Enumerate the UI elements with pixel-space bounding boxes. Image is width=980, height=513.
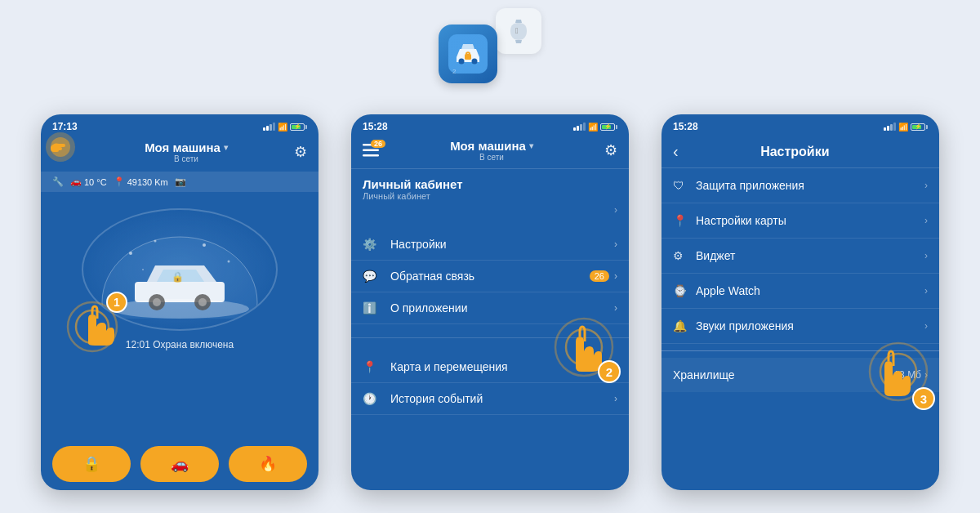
location-info: 📍 49130 Km — [114, 176, 168, 187]
bottom-btn-2[interactable]: 🚗 — [140, 446, 219, 482]
bottom-btn-3[interactable]: 🔥 — [229, 446, 307, 482]
svg-text::  — [515, 26, 519, 35]
wifi-icon-3: 📶 — [898, 123, 908, 132]
app-protection-label: Защита приложения — [696, 179, 924, 192]
badge-1: 1 — [106, 292, 127, 313]
back-button[interactable]: ‹ — [673, 142, 679, 161]
settings-label: Настройки — [390, 238, 614, 251]
time-3: 15:28 — [673, 121, 698, 132]
map-settings-icon: 📍 — [673, 214, 696, 227]
personal-title: Личный кабинет — [363, 177, 617, 191]
gear-icon-1[interactable]: ⚙ — [294, 143, 307, 161]
svg-point-13 — [228, 261, 230, 263]
shield-icon: 🛡 — [673, 179, 696, 192]
svg-text:2: 2 — [452, 68, 457, 74]
settings-header: ‹ Настройки — [662, 136, 939, 167]
time-2: 15:28 — [363, 121, 388, 132]
arrow-protection: › — [924, 180, 928, 191]
settings-apple-watch[interactable]: ⌚ Apple Watch › — [662, 274, 939, 309]
nav-title-area-1: Моя машина ▾ В сети — [145, 141, 228, 163]
settings-widget[interactable]: ⚙ Виджет › — [662, 239, 939, 274]
svg-point-10 — [129, 252, 132, 255]
wifi-icon-1: 📶 — [278, 123, 287, 132]
svg-rect-25 — [363, 154, 379, 157]
engine-info: 🔧 — [52, 176, 64, 187]
menu-icon-2[interactable]: 26 — [363, 144, 379, 157]
apple-watch-icon:  — [496, 8, 541, 54]
battery-2: ⚡ — [600, 123, 617, 131]
battery-1: ⚡ — [290, 123, 307, 131]
nav-bar-2: 26 Моя машина ▾ В сети ⚙ — [351, 136, 629, 168]
sounds-label: Звуки приложения — [696, 319, 924, 332]
feedback-badge: 26 — [590, 270, 609, 282]
personal-sub: Личный кабинет — [363, 191, 617, 201]
svg-rect-15 — [135, 282, 225, 302]
widget-label: Виджет — [696, 249, 924, 262]
year-left: 2020 — [100, 218, 116, 226]
svg-point-1 — [459, 59, 465, 65]
car-icon-small: 🚗 — [70, 176, 82, 187]
map-settings-label: Настройки карты — [696, 214, 924, 227]
menu-item-feedback[interactable]: 💬 Обратная связь 26 › — [351, 261, 629, 292]
menu-item-settings[interactable]: ⚙️ Настройки › — [351, 229, 629, 261]
sound-icon: 🔔 — [673, 319, 696, 332]
hand-cursor-3: 3 — [862, 335, 935, 412]
settings-title: Настройки — [679, 145, 911, 159]
signal-bars-1 — [263, 123, 275, 131]
svg-point-11 — [154, 240, 157, 243]
screens-container: 17:13 📶 ⚡ — [24, 114, 956, 490]
car-name-1: Моя машина — [145, 141, 220, 154]
feedback-label: Обратная связь — [390, 270, 590, 283]
car-name-2: Моя машина — [450, 139, 526, 153]
status-bar-3: 15:28 📶 ⚡ — [662, 114, 939, 136]
location-icon: 📍 — [114, 176, 125, 187]
widget-icon: ⚙ — [673, 249, 696, 262]
arrow-history: › — [614, 393, 617, 404]
nav-bar-1: Моя машина ▾ В сети ⚙ — [41, 136, 318, 172]
car-icon-info: 🚗 10 °C — [70, 176, 107, 187]
svg-rect-24 — [363, 149, 379, 152]
car-status-2: В сети — [450, 153, 533, 162]
settings-app-protection[interactable]: 🛡 Защита приложения › — [662, 168, 939, 203]
screen-2: 15:28 📶 ⚡ — [351, 114, 629, 490]
top-icons-area: 2  — [439, 8, 541, 83]
nav-title-area-2: Моя машина ▾ В сети — [450, 139, 533, 162]
svg-text:🔒: 🔒 — [172, 270, 184, 283]
screen-3: 15:28 📶 ⚡ ‹ — [662, 114, 939, 490]
hand-area-1 — [52, 139, 78, 165]
info-bar-1: 🔧 🚗 10 °C 📍 49130 Km 📷 — [41, 172, 318, 192]
svg-point-19 — [198, 298, 207, 306]
menu-badge: 26 — [371, 140, 385, 148]
settings-list: 🛡 Защита приложения › 📍 Настройки карты … — [662, 168, 939, 344]
feedback-icon: 💬 — [363, 270, 382, 283]
chevron-down-2: ▾ — [529, 141, 533, 150]
wifi-icon-2: 📶 — [588, 123, 598, 132]
arrow-apple-watch: › — [924, 285, 928, 297]
badge-2: 2 — [598, 360, 621, 383]
camera-info: 📷 — [175, 176, 186, 187]
svg-point-12 — [203, 243, 206, 247]
engine-icon: 🔧 — [52, 176, 64, 187]
status-icons-2: 📶 ⚡ — [573, 123, 617, 132]
svg-point-14 — [142, 269, 144, 270]
gear-icon-2[interactable]: ⚙ — [604, 141, 617, 159]
car-app-icon[interactable]: 2 — [439, 25, 497, 83]
bottom-buttons-1: 🔒 🚗 🔥 — [41, 438, 318, 490]
status-icons-3: 📶 ⚡ — [884, 123, 928, 132]
badge-3: 3 — [912, 387, 935, 410]
chevron-down-1: ▾ — [224, 143, 228, 152]
arrow-feedback: › — [614, 270, 617, 282]
storage-label: Хранилище — [673, 368, 885, 381]
status-bar-2: 15:28 📶 ⚡ — [351, 114, 629, 136]
arrow-map-settings: › — [924, 215, 928, 226]
hand-cursor-1: 1 — [64, 290, 129, 359]
settings-map[interactable]: 📍 Настройки карты › — [662, 203, 939, 239]
about-icon: ℹ️ — [363, 301, 382, 314]
screen-1: 17:13 📶 ⚡ — [41, 114, 318, 490]
svg-rect-3 — [465, 54, 471, 60]
menu-item-history[interactable]: 🕐 История событий › — [351, 383, 629, 415]
bottom-btn-1[interactable]: 🔒 — [52, 446, 131, 482]
apple-watch-settings-icon: ⌚ — [673, 284, 696, 297]
km-value: 49130 Km — [127, 177, 168, 187]
arrow-settings: › — [614, 239, 617, 250]
